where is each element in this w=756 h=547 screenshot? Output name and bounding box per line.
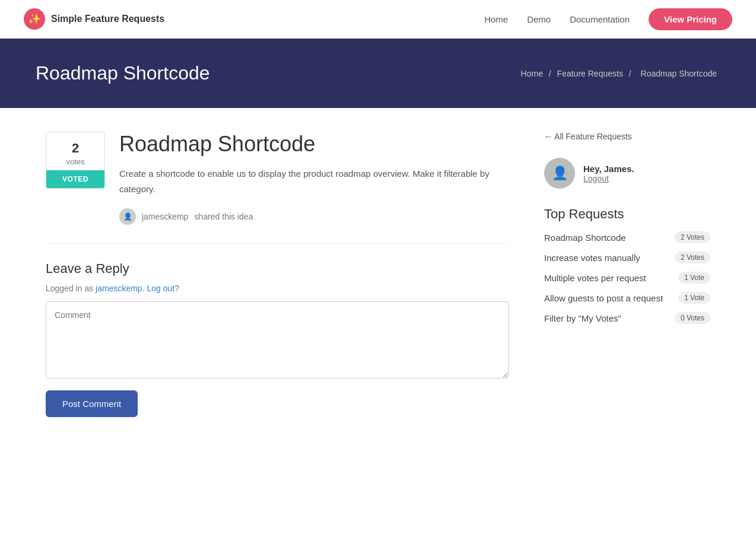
content-divider: [46, 243, 509, 243]
vote-section: 2 votes VOTED Roadmap Shortcode Create a…: [46, 132, 509, 225]
hero-title: Roadmap Shortcode: [36, 62, 210, 84]
back-link[interactable]: ← All Feature Requests: [544, 132, 710, 141]
comments-section: Leave a Reply Logged in as jamesckemp. L…: [46, 261, 509, 417]
sidebar: ← All Feature Requests 👤 Hey, James. Log…: [544, 132, 710, 417]
logged-in-user-link[interactable]: jamesckemp.: [96, 284, 144, 293]
logged-in-text: Logged in as jamesckemp. Log out?: [46, 284, 509, 293]
vote-box: 2 votes VOTED: [46, 132, 105, 189]
top-requests-list: Roadmap Shortcode 2 Votes Increase votes…: [544, 231, 710, 324]
user-avatar: 👤: [544, 158, 575, 189]
request-name[interactable]: Allow guests to post a request: [544, 293, 663, 303]
breadcrumb: Home / Feature Requests / Roadmap Shortc…: [521, 69, 720, 78]
request-name[interactable]: Filter by "My Votes": [544, 313, 621, 323]
top-requests-title: Top Requests: [544, 206, 710, 222]
log-out-link[interactable]: Log out?: [147, 284, 179, 293]
brand-text: Simple Feature Requests: [51, 14, 164, 24]
brand-link[interactable]: ✨ Simple Feature Requests: [24, 8, 164, 30]
logged-in-prefix: Logged in as: [46, 284, 93, 293]
leave-reply-title: Leave a Reply: [46, 261, 509, 276]
user-greeting: Hey, James.: [583, 164, 634, 174]
author-suffix: shared this idea: [195, 212, 253, 221]
navbar: ✨ Simple Feature Requests Home Demo Docu…: [0, 0, 756, 39]
nav-links: Home Demo Documentation View Pricing: [484, 8, 732, 30]
view-pricing-button[interactable]: View Pricing: [649, 8, 732, 30]
hero-banner: Roadmap Shortcode Home / Feature Request…: [0, 39, 756, 108]
feature-description: Create a shortcode to enable us to displ…: [119, 166, 509, 196]
comment-textarea[interactable]: [46, 301, 509, 379]
vote-badge: 2 Votes: [675, 231, 710, 243]
vote-badge: 1 Vote: [678, 272, 710, 284]
list-item: Multiple votes per request 1 Vote: [544, 272, 710, 284]
request-name[interactable]: Roadmap Shortcode: [544, 233, 626, 243]
breadcrumb-current: Roadmap Shortcode: [641, 69, 717, 78]
list-item: Increase votes manually 2 Votes: [544, 252, 710, 263]
vote-badge: 1 Vote: [678, 292, 710, 304]
feature-title: Roadmap Shortcode: [119, 132, 509, 157]
nav-home[interactable]: Home: [484, 14, 508, 24]
vote-number: 2: [52, 141, 99, 156]
brand-icon: ✨: [24, 8, 45, 30]
author-name: jamesckemp: [142, 212, 189, 221]
author-avatar: 👤: [119, 208, 136, 225]
vote-label-text: votes: [66, 157, 84, 166]
list-item: Roadmap Shortcode 2 Votes: [544, 231, 710, 243]
content-area: 2 votes VOTED Roadmap Shortcode Create a…: [46, 132, 509, 417]
main-container: 2 votes VOTED Roadmap Shortcode Create a…: [22, 108, 734, 441]
nav-demo[interactable]: Demo: [527, 14, 551, 24]
post-comment-button[interactable]: Post Comment: [46, 390, 138, 417]
request-name[interactable]: Multiple votes per request: [544, 273, 646, 283]
logout-link[interactable]: Logout: [583, 174, 634, 183]
breadcrumb-feature-requests[interactable]: Feature Requests: [557, 69, 623, 78]
nav-documentation[interactable]: Documentation: [570, 14, 630, 24]
vote-badge: 2 Votes: [675, 252, 710, 263]
vote-button[interactable]: VOTED: [46, 170, 104, 188]
vote-badge: 0 Votes: [675, 312, 710, 324]
request-name[interactable]: Increase votes manually: [544, 253, 640, 263]
breadcrumb-home[interactable]: Home: [521, 69, 543, 78]
feature-header: Roadmap Shortcode Create a shortcode to …: [119, 132, 509, 225]
list-item: Filter by "My Votes" 0 Votes: [544, 312, 710, 324]
feature-author: 👤 jamesckemp shared this idea: [119, 208, 509, 225]
user-card: 👤 Hey, James. Logout: [544, 158, 710, 189]
list-item: Allow guests to post a request 1 Vote: [544, 292, 710, 304]
